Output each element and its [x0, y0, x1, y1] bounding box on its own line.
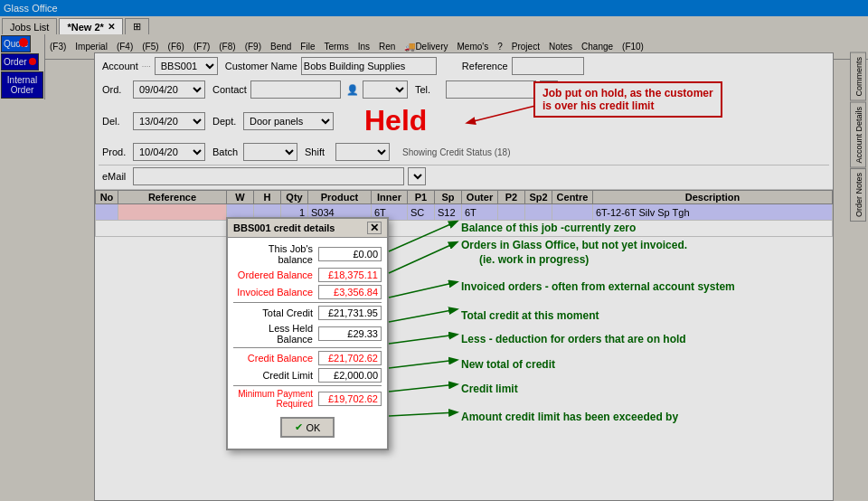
- value-total-credit: £21,731.95: [318, 306, 382, 320]
- label-job-balance: This Job's balance: [233, 243, 318, 265]
- modal-body: This Job's balance £0.00 Ordered Balance…: [228, 238, 387, 449]
- label-credit-limit: Credit Limit: [233, 370, 318, 381]
- checkmark-icon: ✔: [295, 421, 303, 433]
- modal-row-credit-limit: Credit Limit £2,000.00: [233, 368, 382, 383]
- label-total-credit: Total Credit: [233, 307, 318, 318]
- value-credit-limit: £2,000.00: [318, 368, 382, 383]
- label-credit-balance: Credit Balance: [233, 353, 318, 364]
- value-min-payment: £19,702.62: [318, 392, 382, 406]
- value-less-held: £29.33: [318, 326, 382, 341]
- divider-1: [233, 302, 382, 303]
- ok-label: OK: [307, 422, 321, 433]
- credit-details-modal: BBS001 credit details ✕ This Job's balan…: [226, 217, 389, 450]
- modal-row-invoiced: Invoiced Balance £3,356.84: [233, 285, 382, 299]
- modal-title-bar[interactable]: BBS001 credit details ✕: [228, 219, 387, 238]
- modal-row-total-credit: Total Credit £21,731.95: [233, 306, 382, 320]
- value-ordered-balance: £18,375.11: [318, 268, 382, 282]
- label-less-held: Less Held Balance: [233, 323, 318, 345]
- modal-row-less-held: Less Held Balance £29.33: [233, 323, 382, 345]
- label-min-payment: Minimum Payment Required: [233, 389, 318, 409]
- value-invoiced-balance: £3,356.84: [318, 285, 382, 299]
- label-invoiced-balance: Invoiced Balance: [233, 287, 318, 298]
- divider-3: [233, 385, 382, 386]
- modal-row-credit-balance: Credit Balance £21,702.62: [233, 351, 382, 365]
- ok-button[interactable]: ✔ OK: [280, 417, 335, 438]
- label-ordered-balance: Ordered Balance: [233, 269, 318, 280]
- modal-row-ordered: Ordered Balance £18,375.11: [233, 268, 382, 282]
- divider-2: [233, 347, 382, 348]
- modal-close-button[interactable]: ✕: [367, 222, 382, 234]
- value-credit-balance: £21,702.62: [318, 351, 382, 365]
- modal-row-min-payment: Minimum Payment Required £19,702.62: [233, 389, 382, 409]
- modal-title-text: BBS001 credit details: [233, 222, 335, 233]
- modal-row-job-balance: This Job's balance £0.00: [233, 243, 382, 265]
- modal-overlay: BBS001 credit details ✕ This Job's balan…: [0, 0, 868, 501]
- modal-ok-area: ✔ OK: [233, 411, 382, 443]
- value-job-balance: £0.00: [318, 247, 382, 261]
